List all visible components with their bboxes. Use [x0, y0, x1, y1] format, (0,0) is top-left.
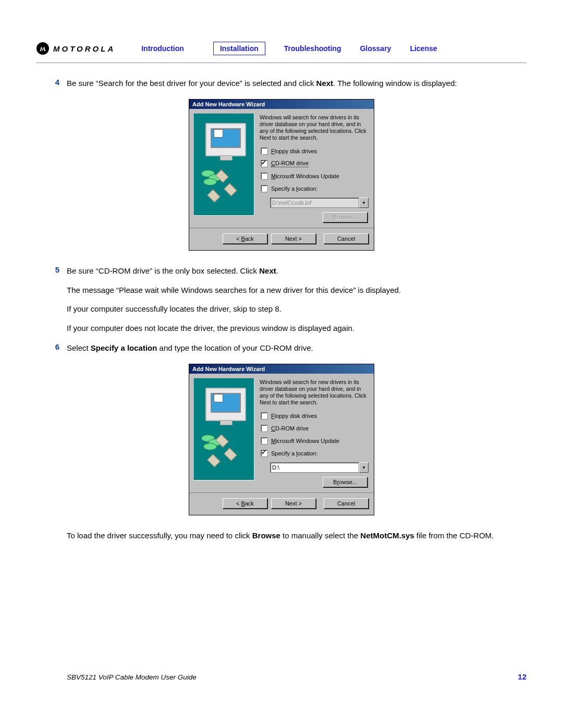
step-number: 4 [36, 78, 67, 87]
dropdown-icon[interactable]: ▼ [359, 462, 369, 473]
page-footer: SBV5121 VoIP Cable Modem User Guide 12 [67, 672, 527, 681]
checkbox-floppy[interactable] [261, 412, 268, 419]
step-number: 6 [36, 342, 67, 351]
nav-links: Introduction Installation Troubleshootin… [141, 42, 437, 55]
checkbox-cdrom[interactable] [261, 160, 268, 167]
cancel-button[interactable]: Cancel [324, 498, 369, 509]
guide-title: SBV5121 VoIP Cable Modem User Guide [67, 673, 197, 681]
nav-installation[interactable]: Installation [220, 44, 259, 53]
checkbox-cdrom-label: CD-ROM drive [271, 160, 309, 167]
wizard-screenshot-2: Add New Hardware Wizard Windows will sea… [189, 364, 374, 516]
motorola-logo-icon [36, 42, 49, 55]
page-header: MOTOROLA Introduction Installation Troub… [36, 42, 527, 55]
wizard-footer: < Back Next > Cancel [189, 492, 374, 515]
trailing-paragraph: To load the driver successfully, you may… [36, 530, 527, 542]
checkbox-cdrom[interactable] [261, 425, 268, 432]
dropdown-icon: ▼ [359, 198, 369, 208]
wizard-message: Windows will search for new drivers in i… [260, 114, 369, 142]
checkbox-specify[interactable] [261, 185, 268, 192]
checkbox-winupdate[interactable] [261, 437, 268, 445]
step-text: The message “Please wait while Windows s… [67, 285, 527, 297]
step-number: 5 [36, 265, 67, 274]
header-rule [36, 63, 527, 63]
checkbox-specify[interactable] [261, 450, 268, 457]
browse-button[interactable]: Browse... [323, 477, 368, 487]
step-text: Select Specify a location and type the l… [67, 342, 527, 354]
wizard-title: Add New Hardware Wizard [189, 364, 374, 374]
checkbox-specify-label: Specify a location: [271, 450, 317, 457]
location-input-row: ▼ [270, 198, 369, 208]
next-button[interactable]: Next > [271, 233, 316, 244]
checkbox-cdrom-label: CD-ROM drive [271, 425, 309, 432]
checkbox-winupdate-label: Microsoft Windows Update [271, 173, 339, 180]
nav-license[interactable]: License [410, 44, 437, 53]
step-6: 6 Select Specify a location and type the… [36, 342, 527, 354]
nav-introduction[interactable]: Introduction [141, 44, 184, 53]
step-text: If your computer does not locate the dri… [67, 323, 527, 335]
wizard-graphic [193, 113, 254, 216]
checkbox-floppy-label: Floppy disk drives [271, 148, 317, 155]
wizard-screenshot-1: Add New Hardware Wizard Windows will sea… [189, 99, 374, 251]
location-input[interactable] [270, 462, 359, 473]
checkbox-winupdate[interactable] [261, 172, 268, 180]
nav-troubleshooting[interactable]: Troubleshooting [284, 44, 341, 53]
checkbox-floppy-label: Floppy disk drives [271, 413, 317, 419]
page-number: 12 [518, 672, 527, 681]
step-text: If your computer successfully locates th… [67, 303, 527, 315]
wizard-message: Windows will search for new drivers in i… [260, 379, 369, 406]
cancel-button[interactable]: Cancel [324, 233, 369, 244]
step-text: Be sure “Search for the best driver for … [67, 78, 527, 90]
step-text: Be sure “CD-ROM drive” is the only box s… [67, 265, 527, 277]
browse-button: Browse... [323, 212, 368, 223]
back-button[interactable]: < Back [223, 498, 267, 509]
nav-installation-box[interactable]: Installation [213, 42, 265, 55]
location-input-row: ▼ [270, 462, 369, 473]
checkbox-floppy[interactable] [261, 147, 268, 155]
location-input [270, 198, 359, 208]
step-4: 4 Be sure “Search for the best driver fo… [36, 78, 527, 90]
back-button[interactable]: < Back [223, 233, 267, 244]
wizard-footer: < Back Next > Cancel [189, 228, 374, 250]
checkbox-specify-label: Specify a location: [271, 186, 317, 192]
brand-text: MOTOROLA [53, 44, 115, 53]
step-5: 5 Be sure “CD-ROM drive” is the only box… [36, 265, 527, 334]
step-text: To load the driver successfully, you may… [67, 530, 527, 542]
nav-glossary[interactable]: Glossary [360, 44, 391, 53]
wizard-graphic [193, 378, 254, 480]
wizard-title: Add New Hardware Wizard [189, 100, 374, 109]
checkbox-winupdate-label: Microsoft Windows Update [271, 438, 339, 445]
next-button[interactable]: Next > [271, 498, 316, 509]
